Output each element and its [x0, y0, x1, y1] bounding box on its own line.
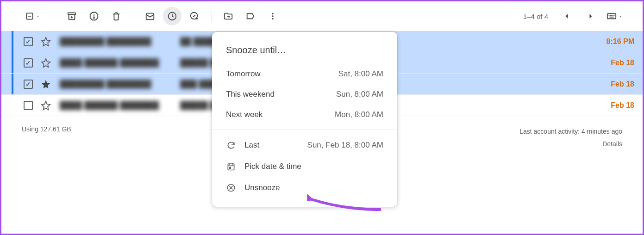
cancel-icon [226, 183, 236, 193]
next-page-button[interactable] [581, 7, 600, 25]
refresh-icon [226, 140, 236, 150]
mark-unread-button[interactable] [141, 7, 159, 25]
star-icon[interactable] [40, 36, 51, 47]
svg-rect-12 [610, 15, 611, 16]
svg-rect-10 [607, 14, 616, 19]
svg-rect-1 [28, 16, 31, 17]
snooze-option-label: This weekend [226, 90, 275, 99]
snooze-button[interactable] [163, 7, 181, 25]
row-checkbox[interactable] [24, 37, 33, 46]
toolbar: 1–4 of 4 [1, 1, 643, 31]
svg-rect-14 [613, 15, 613, 16]
prev-page-button[interactable] [557, 7, 576, 25]
svg-point-8 [272, 15, 274, 17]
snooze-pick-label: Pick date & time [244, 162, 301, 171]
svg-rect-15 [614, 15, 615, 16]
snooze-option-time: Mon, 8:00 AM [335, 110, 383, 119]
svg-rect-11 [609, 15, 610, 16]
sender: ████████ ████████ [60, 80, 180, 89]
snooze-option-time: Sun, 8:00 AM [336, 90, 383, 99]
date: Feb 18 [611, 59, 636, 67]
details-link[interactable]: Details [519, 138, 622, 150]
last-activity: Last account activity: 4 minutes ago [519, 125, 622, 138]
svg-point-9 [272, 18, 274, 20]
svg-rect-17 [228, 164, 234, 170]
date: Feb 18 [611, 101, 636, 110]
input-tools-button[interactable] [606, 7, 624, 25]
move-to-button[interactable] [219, 7, 238, 25]
svg-rect-21 [230, 167, 231, 169]
svg-rect-13 [611, 15, 612, 16]
svg-rect-16 [609, 17, 613, 18]
sender: ████ ██████ ███████ [60, 58, 180, 68]
snooze-unsnooze-label: Unsnooze [244, 183, 280, 192]
snooze-last-label: Last [244, 141, 259, 150]
row-checkbox[interactable] [24, 58, 33, 68]
star-icon[interactable] [40, 100, 51, 111]
calendar-icon [226, 161, 236, 172]
labels-button[interactable] [241, 7, 260, 25]
row-checkbox[interactable] [24, 101, 33, 110]
select-checkbox[interactable] [24, 7, 42, 25]
snooze-option[interactable]: Next weekMon, 8:00 AM [212, 105, 397, 125]
delete-button[interactable] [107, 7, 125, 25]
date: Feb 18 [611, 80, 636, 88]
snooze-last-time: Sun, Feb 18, 8:00 AM [307, 141, 383, 150]
row-checkbox[interactable] [24, 80, 33, 89]
snooze-option-time: Sat, 8:00 AM [338, 69, 383, 79]
snooze-option-label: Next week [226, 110, 263, 119]
snooze-option-label: Tomorrow [226, 69, 261, 79]
pagination: 1–4 of 4 [523, 7, 624, 25]
add-to-tasks-button[interactable] [185, 7, 204, 25]
snooze-option[interactable]: This weekendSun, 8:00 AM [212, 84, 397, 105]
star-icon[interactable] [40, 79, 51, 90]
snooze-pick-date[interactable]: Pick date & time [212, 156, 397, 177]
archive-button[interactable] [63, 7, 81, 25]
report-spam-button[interactable] [85, 7, 103, 25]
svg-point-7 [272, 13, 274, 15]
more-button[interactable] [263, 7, 282, 25]
star-icon[interactable] [40, 57, 51, 68]
svg-rect-2 [68, 13, 76, 15]
date: 8:16 PM [606, 37, 636, 46]
snooze-unsnooze[interactable]: Unsnooze [212, 177, 397, 198]
page-count: 1–4 of 4 [523, 12, 548, 20]
snooze-option[interactable]: TomorrowSat, 8:00 AM [212, 64, 397, 84]
snooze-title: Snooze until… [212, 40, 397, 64]
svg-point-4 [94, 18, 94, 19]
storage-usage: Using 127.61 GB [22, 125, 71, 150]
snooze-popover: Snooze until… TomorrowSat, 8:00 AMThis w… [212, 32, 397, 207]
sender: ████████ ████████ [60, 37, 180, 46]
snooze-last[interactable]: Last Sun, Feb 18, 8:00 AM [212, 135, 397, 156]
sender: ████ ██████ ███████ [60, 101, 180, 110]
